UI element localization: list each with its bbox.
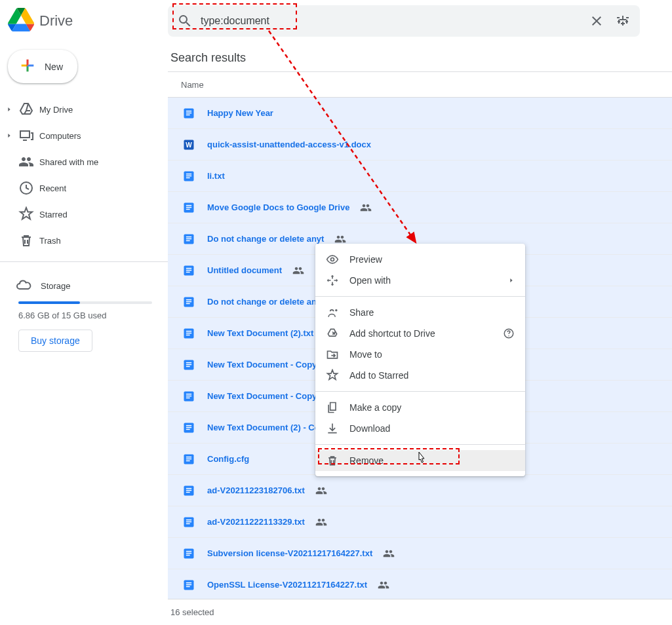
file-row[interactable]: Subversion license-V20211217164227.txt (168, 538, 672, 569)
menu-item-shortcut[interactable]: Add shortcut to Drive (315, 323, 525, 344)
sidebar-item-trash[interactable]: Trash (0, 227, 168, 254)
svg-rect-59 (186, 582, 191, 583)
menu-item-label: Download (349, 423, 390, 434)
menu-item-label: Make a copy (349, 402, 401, 413)
svg-rect-12 (186, 206, 191, 208)
column-name: Name (181, 80, 204, 90)
cloud-icon (16, 277, 31, 295)
share-icon (326, 306, 339, 319)
file-row[interactable]: ad-V20211223182706.txt (168, 475, 672, 506)
column-header[interactable]: Name (168, 71, 672, 98)
file-row[interactable]: Move Google Docs to Google Drive (168, 192, 672, 223)
sidebar-item-storage[interactable]: Storage (16, 273, 152, 299)
svg-point-64 (508, 335, 509, 337)
sidebar-item-label: Shared with me (39, 157, 98, 167)
gdoc-icon (181, 420, 197, 436)
gdoc-icon (181, 294, 197, 310)
gdoc-icon (181, 263, 197, 278)
file-name: New Text Document - Copy ( (207, 360, 322, 369)
search-options-icon[interactable] (610, 8, 636, 34)
menu-item-copy[interactable]: Make a copy (315, 397, 525, 418)
file-name: Untitled document (207, 265, 282, 275)
file-name: Do not change or delete anyt (207, 234, 324, 244)
sidebar-item-label: Computers (39, 131, 81, 141)
file-name: New Text Document (2).txt (207, 328, 313, 338)
svg-rect-44 (186, 458, 191, 459)
svg-rect-7 (186, 173, 191, 174)
file-row[interactable]: Wquick-assist-unattended-access-v1.docx (168, 129, 672, 161)
sidebar-item-recent[interactable]: Recent (0, 175, 168, 201)
storage-usage-text: 6.86 GB of 15 GB used (18, 311, 152, 320)
menu-item-openwith[interactable]: Open with (315, 270, 525, 291)
header: Drive (0, 0, 672, 42)
shared-icon (18, 154, 34, 170)
svg-rect-9 (186, 177, 190, 178)
buy-storage-button[interactable]: Buy storage (18, 330, 92, 352)
preview-icon (326, 253, 339, 266)
svg-rect-29 (186, 334, 190, 335)
sidebar-item-label: My Drive (39, 105, 73, 115)
svg-rect-31 (186, 362, 191, 363)
svg-text:W: W (186, 142, 192, 149)
clear-search-icon[interactable] (583, 8, 610, 34)
file-name: Subversion license-V20211217164227.txt (207, 548, 372, 558)
sidebar-item-label: Starred (39, 210, 68, 219)
svg-rect-28 (186, 332, 191, 333)
search-bar (168, 5, 640, 37)
gdoc-icon (181, 357, 197, 373)
chevron-right-icon[interactable] (5, 105, 13, 113)
menu-item-download[interactable]: Download (315, 418, 525, 439)
file-name: Happy New Year (207, 108, 273, 118)
svg-point-62 (331, 258, 334, 261)
app-name: Drive (39, 12, 73, 29)
file-row[interactable]: li.txt (168, 161, 672, 192)
drive-logo-area[interactable]: Drive (8, 7, 168, 35)
svg-rect-27 (186, 330, 191, 331)
menu-item-label: Add shortcut to Drive (349, 328, 435, 339)
gdoc-icon (181, 451, 197, 467)
search-input[interactable] (198, 15, 583, 27)
copy-icon (326, 401, 339, 414)
gdoc-icon (181, 577, 197, 593)
svg-rect-53 (186, 523, 190, 524)
menu-item-label: Add to Starred (349, 370, 408, 381)
menu-item-label: Open with (349, 275, 391, 286)
mydrive-icon (18, 102, 34, 117)
svg-rect-33 (186, 366, 190, 367)
svg-rect-20 (186, 269, 191, 271)
chevron-right-icon[interactable] (5, 132, 13, 140)
gdoc-icon (181, 231, 197, 247)
sidebar-item-mydrive[interactable]: My Drive (0, 96, 168, 123)
file-name: Config.cfg (207, 454, 249, 464)
menu-item-label: Move to (349, 349, 382, 360)
menu-item-moveto[interactable]: Move to (315, 344, 525, 365)
file-row[interactable]: OpenSSL License-V20211217164227.txt (168, 569, 672, 599)
menu-item-trash[interactable]: Remove (315, 450, 525, 471)
sidebar-item-shared[interactable]: Shared with me (0, 149, 168, 175)
svg-rect-3 (186, 114, 190, 115)
svg-rect-1 (186, 110, 191, 111)
menu-item-preview[interactable]: Preview (315, 249, 525, 270)
menu-item-star[interactable]: Add to Starred (315, 365, 525, 386)
storage-section: Storage 6.86 GB of 15 GB used Buy storag… (0, 267, 168, 357)
sidebar-item-computers[interactable]: Computers (0, 123, 168, 149)
menu-item-share[interactable]: Share (315, 302, 525, 323)
shared-icon (292, 265, 304, 276)
sidebar: New My DriveComputersShared with meRecen… (0, 42, 168, 625)
file-row[interactable]: ad-V20211222113329.txt (168, 506, 672, 538)
sidebar-item-starred[interactable]: Starred (0, 201, 168, 227)
search-icon[interactable] (172, 8, 198, 34)
svg-rect-40 (186, 426, 191, 428)
svg-rect-32 (186, 364, 191, 365)
file-row[interactable]: Happy New Year (168, 98, 672, 129)
svg-rect-45 (186, 460, 190, 461)
svg-rect-37 (186, 397, 190, 398)
openwith-icon (326, 274, 339, 287)
new-button[interactable]: New (8, 50, 77, 83)
svg-rect-8 (186, 175, 191, 176)
svg-rect-11 (186, 204, 191, 206)
gdoc-icon (181, 326, 197, 341)
gdoc-icon (181, 388, 197, 404)
moveto-icon (326, 348, 339, 361)
gdoc-icon (181, 200, 197, 216)
